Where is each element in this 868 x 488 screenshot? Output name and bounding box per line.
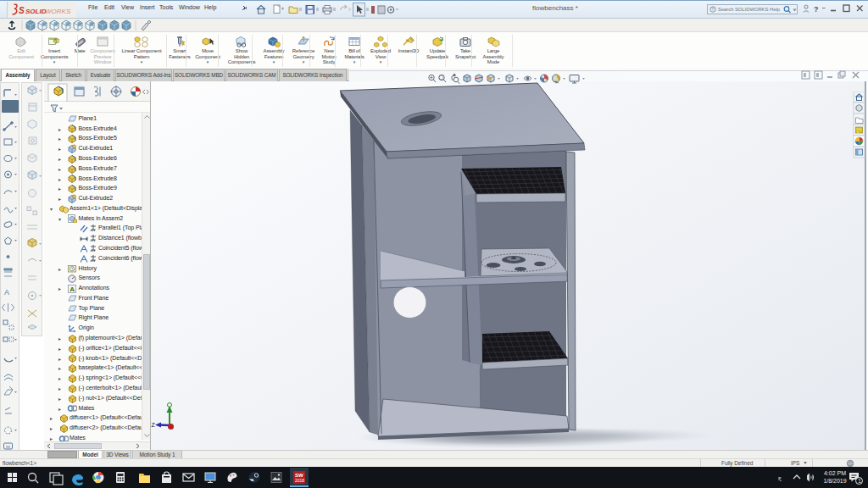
svg-text:WORKS: WORKS (45, 8, 71, 15)
svg-text:2018: 2018 (295, 478, 304, 483)
svg-text:Z: Z (152, 422, 156, 428)
svg-text:?: ? (711, 7, 714, 12)
svg-text:SOLID: SOLID (25, 8, 47, 15)
svg-text:Search SOLIDWORKS Help: Search SOLIDWORKS Help (718, 7, 781, 12)
svg-text:A: A (4, 288, 9, 297)
svg-text:?: ? (814, 5, 819, 14)
svg-text:S: S (19, 6, 25, 15)
svg-text:ꭆ: ꭆ (778, 474, 782, 482)
svg-text:1: 1 (858, 478, 861, 484)
